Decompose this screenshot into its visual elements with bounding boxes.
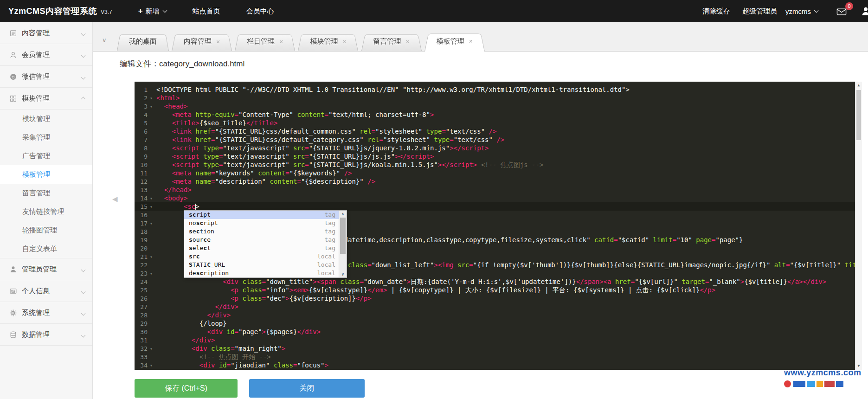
tab-模块管理[interactable]: 模块管理×	[298, 32, 358, 51]
sidebar-item-个人信息[interactable]: 个人信息	[0, 280, 92, 302]
editor-scroll-thumb[interactable]	[856, 90, 861, 140]
sidebar-item-内容管理[interactable]: 内容管理	[0, 22, 92, 44]
profile-icon[interactable]	[861, 6, 868, 16]
sidebar-subitem-模块管理[interactable]: 模块管理	[0, 109, 92, 128]
code-line-27[interactable]: </div>	[135, 302, 855, 311]
fold-marker-icon[interactable]: ▾	[148, 104, 155, 109]
sidebar-item-数据管理[interactable]: 数据管理	[0, 324, 92, 346]
sidebar-subitem-留言管理[interactable]: 留言管理	[0, 184, 92, 202]
gutter-line: 9	[135, 152, 155, 161]
tab-list-chevron-icon[interactable]: ∨	[102, 37, 107, 44]
fold-marker-icon[interactable]: ▾	[148, 221, 155, 226]
autocomplete-item-src[interactable]: srclocal	[184, 252, 347, 261]
code-line-8[interactable]: <script type="text/javascript" src="{STA…	[135, 144, 855, 152]
code-line-5[interactable]: <title>{$seo_title}</title>	[135, 119, 855, 127]
autocomplete-item-noscript[interactable]: noscripttag	[184, 219, 347, 227]
gutter-line: 31	[135, 336, 155, 344]
code-line-3[interactable]: <head>	[135, 102, 855, 110]
code-line-25[interactable]: <p class="info"><em>{$v[classtype]}</em>…	[135, 286, 855, 294]
code-line-4[interactable]: <meta http-equiv="Content-Type" content=…	[135, 110, 855, 119]
gutter-line: 10	[135, 161, 155, 169]
sidebar-item-管理员管理[interactable]: 管理员管理	[0, 258, 92, 280]
code-line-1[interactable]: <!DOCTYPE html PUBLIC "-//W3C//DTD XHTML…	[135, 85, 855, 94]
code-line-11[interactable]: <meta name="keywords" content="{$keyword…	[135, 169, 855, 177]
code-line-30[interactable]: <div id="page">{$pages}</div>	[135, 328, 855, 336]
sidebar-subitem-自定义表单[interactable]: 自定义表单	[0, 239, 92, 258]
nav-menu-member-center[interactable]: 会员中心	[246, 7, 274, 16]
sidebar-subitem-友情链接管理[interactable]: 友情链接管理	[0, 202, 92, 221]
sidebar-item-微信管理[interactable]: 微信管理	[0, 66, 92, 88]
code-line-34[interactable]: <div id="jiaodian" class="focus">	[135, 361, 855, 369]
autocomplete-item-select[interactable]: selecttag	[184, 244, 347, 252]
code-line-14[interactable]: <body>	[135, 194, 855, 202]
nav-menu-site-home[interactable]: 站点首页	[193, 7, 220, 16]
clear-cache-button[interactable]: 清除缓存	[702, 7, 730, 16]
sidebar-subitem-轮播图管理[interactable]: 轮播图管理	[0, 221, 92, 239]
sidebar-item-模块管理[interactable]: 模块管理	[0, 88, 92, 109]
nav-menu-new[interactable]: + 新增	[138, 6, 167, 16]
code-line-32[interactable]: <div class="main_right">	[135, 344, 855, 353]
code-line-26[interactable]: <p class="dec">{$v[description]}</p>	[135, 294, 855, 302]
fold-marker-icon[interactable]: ▾	[148, 96, 155, 101]
code-line-33[interactable]: <!-- 焦点图 开始 -->	[135, 353, 855, 361]
scroll-down-icon[interactable]: ∨	[339, 271, 347, 277]
code-line-24[interactable]: <div class="down_title"><span class="dow…	[135, 277, 855, 286]
tab-模板管理[interactable]: 模板管理×	[424, 31, 485, 51]
autocomplete-scrollbar[interactable]: ∧ ∨	[339, 211, 347, 277]
code-line-10[interactable]: <script type="text/javascript" src="{STA…	[135, 161, 855, 169]
scroll-up-icon[interactable]: ▲	[855, 82, 862, 89]
line-number: 18	[135, 228, 148, 235]
editor-scrollbar[interactable]: ▲ ▼	[855, 82, 862, 370]
code-line-15[interactable]: <sc>	[135, 202, 855, 211]
sidebar-subitem-采集管理[interactable]: 采集管理	[0, 128, 92, 147]
code-line-31[interactable]: </div>	[135, 336, 855, 344]
tab-我的桌面[interactable]: 我的桌面	[117, 32, 169, 51]
autocomplete-item-section[interactable]: sectiontag	[184, 227, 347, 236]
code-line-12[interactable]: <meta name="description" content="{$desc…	[135, 177, 855, 186]
close-icon[interactable]: ×	[216, 38, 220, 45]
sidebar-subitem-模板管理[interactable]: 模板管理	[0, 165, 92, 184]
sidebar-item-label: 个人信息	[22, 280, 50, 302]
autocomplete-popup: scripttagnoscripttagsectiontagsourcetags…	[184, 210, 347, 278]
close-icon[interactable]: ×	[342, 38, 346, 45]
autocomplete-item-description[interactable]: descriptionlocal	[184, 269, 347, 277]
fold-marker-icon[interactable]: ▾	[148, 254, 155, 259]
sidebar-subitem-广告管理[interactable]: 广告管理	[0, 147, 92, 165]
fold-marker-icon[interactable]: ▾	[148, 346, 155, 351]
code-line-28[interactable]: </div>	[135, 311, 855, 319]
autocomplete-item-source[interactable]: sourcetag	[184, 236, 347, 244]
code-line-9[interactable]: <script type="text/javascript" src="{STA…	[135, 152, 855, 161]
code-line-2[interactable]: <html>	[135, 94, 855, 102]
autocomplete-item-script[interactable]: scripttag	[184, 211, 347, 219]
code-editor[interactable]: <!DOCTYPE html PUBLIC "-//W3C//DTD XHTML…	[135, 82, 862, 370]
sidebar-item-系统管理[interactable]: 系统管理	[0, 302, 92, 324]
code-line-29[interactable]: {/loop}	[135, 319, 855, 328]
close-icon[interactable]: ×	[279, 38, 283, 45]
autocomplete-item-STATIC_URL[interactable]: STATIC_URLlocal	[184, 261, 347, 269]
scroll-up-icon[interactable]: ∧	[339, 211, 347, 217]
line-number: 22	[135, 262, 148, 269]
close-icon[interactable]: ×	[406, 38, 410, 45]
sidebar-item-会员管理[interactable]: 会员管理	[0, 44, 92, 66]
tab-内容管理[interactable]: 内容管理×	[172, 32, 232, 51]
code-line-13[interactable]: </head>	[135, 186, 855, 194]
collapse-left-icon: ◀	[112, 195, 118, 203]
code-line-6[interactable]: <link href="{STATIC_URL}css/default_comm…	[135, 127, 855, 135]
line-number: 24	[135, 278, 148, 285]
tab-栏目管理[interactable]: 栏目管理×	[235, 32, 295, 51]
sidebar-collapse-handle[interactable]: ◀	[112, 195, 118, 203]
close-icon[interactable]: ×	[469, 38, 473, 45]
line-number: 7	[135, 136, 148, 143]
save-button[interactable]: 保存 (Ctrl+S)	[135, 379, 238, 398]
messages-button[interactable]: 0	[836, 6, 848, 16]
code-line-7[interactable]: <link href="{STATIC_URL}css/default_cate…	[135, 135, 855, 144]
close-button[interactable]: 关闭	[249, 379, 365, 398]
user-menu[interactable]: yzmcms	[785, 7, 818, 15]
fold-marker-icon[interactable]: ▾	[148, 363, 155, 368]
tab-留言管理[interactable]: 留言管理×	[361, 32, 422, 51]
fold-marker-icon[interactable]: ▾	[148, 271, 155, 276]
gutter-line: 24	[135, 277, 155, 286]
autocomplete-scroll-thumb[interactable]	[340, 218, 346, 254]
fold-marker-icon[interactable]: ▾	[148, 196, 155, 201]
fold-marker-icon[interactable]: ▾	[148, 204, 155, 209]
